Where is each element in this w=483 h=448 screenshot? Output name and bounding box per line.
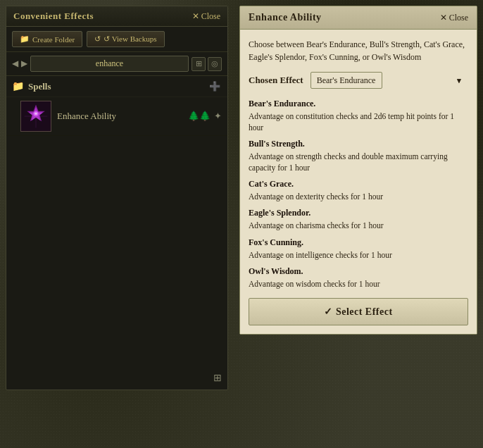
effect-name-owls-wisdom: Owl's Wisdom.: [249, 266, 468, 277]
tree-icon: 🌲🌲: [188, 111, 211, 122]
select-effect-button[interactable]: ✓ Select Effect: [249, 298, 468, 325]
add-to-folder-button[interactable]: ➕: [208, 80, 222, 93]
create-folder-button[interactable]: 📁 Create Folder: [12, 31, 82, 47]
right-panel-header: Enhance Ability ✕ Close: [240, 6, 477, 30]
list-item: Owl's Wisdom. Advantage on wisdom checks…: [249, 266, 468, 290]
right-panel-close-button[interactable]: ✕ Close: [440, 13, 468, 23]
effect-desc-owls-wisdom: Advantage on wisdom checks for 1 hour: [249, 278, 468, 290]
spell-item[interactable]: Enhance Ability 🌲🌲 ✦: [6, 97, 227, 136]
effect-desc-foxs-cunning: Advantage on intelligence checks for 1 h…: [249, 249, 468, 261]
left-panel-header: Convenient Effects ✕ Close: [6, 6, 227, 27]
list-item: Cat's Grace. Advantage on dexterity chec…: [249, 179, 468, 202]
folder-actions: ➕: [208, 80, 222, 93]
view-backups-label: ↺ View Backups: [104, 35, 156, 44]
bottom-bar: ⊞: [213, 371, 222, 384]
create-folder-label: Create Folder: [32, 35, 75, 44]
effects-list: Bear's Endurance. Advantage on constitut…: [249, 99, 468, 290]
spell-thumbnail: [20, 101, 51, 132]
effect-name-bears-endurance: Bear's Endurance.: [249, 99, 468, 109]
effect-name-eagles-splendor: Eagle's Splendor.: [249, 208, 468, 218]
search-input[interactable]: [30, 56, 189, 72]
list-item: Fox's Cunning. Advantage on intelligence…: [249, 237, 468, 261]
effect-desc-bulls-strength: Advantage on strength checks and double …: [249, 151, 468, 173]
view-backups-button[interactable]: ↺ ↺ View Backups: [87, 31, 164, 47]
settings-button[interactable]: ◎: [208, 57, 222, 71]
spells-folder-icon: 📁: [12, 80, 24, 92]
effect-desc-cats-grace: Advantage on dexterity checks for 1 hour: [249, 191, 468, 202]
folder-section[interactable]: 📁 Spells ➕: [6, 76, 227, 97]
left-panel-close-button[interactable]: ✕ Close: [192, 11, 220, 22]
resize-icon: ⊞: [213, 373, 222, 383]
right-panel-content: Choose between Bear's Endurance, Bull's …: [240, 30, 477, 334]
chosen-effect-row: Chosen Effect Bear's Endurance Bull's St…: [249, 72, 468, 89]
select-chevron-icon: ▼: [456, 77, 463, 85]
right-panel-title: Enhance Ability: [249, 12, 322, 23]
left-panel: Convenient Effects ✕ Close 📁 Create Fold…: [6, 6, 228, 390]
effect-name-cats-grace: Cat's Grace.: [249, 179, 468, 189]
description-text: Choose between Bear's Endurance, Bull's …: [249, 38, 468, 63]
spell-name: Enhance Ability: [57, 111, 182, 122]
left-panel-title: Convenient Effects: [13, 11, 94, 22]
spell-action-icons: 🌲🌲 ✦: [188, 111, 222, 122]
right-panel: Enhance Ability ✕ Close Choose between B…: [239, 6, 477, 335]
empty-space: [6, 136, 227, 390]
prev-icon: ◀: [12, 58, 18, 69]
search-bar: ◀ ▶ ⊞ ◎: [6, 52, 227, 76]
chosen-effect-select[interactable]: Bear's Endurance Bull's Strength Cat's G…: [310, 72, 382, 89]
chosen-effect-label: Chosen Effect: [249, 75, 303, 86]
effect-desc-bears-endurance: Advantage on constitution checks and 2d6…: [249, 111, 468, 133]
effect-desc-eagles-splendor: Advantage on charisma checks for 1 hour: [249, 220, 468, 231]
folder-icon: 📁: [20, 35, 30, 44]
effect-name-bulls-strength: Bull's Strength.: [249, 139, 468, 149]
chosen-effect-select-wrapper: Bear's Endurance Bull's Strength Cat's G…: [310, 72, 468, 89]
list-item: Eagle's Splendor. Advantage on charisma …: [249, 208, 468, 231]
grid-view-button[interactable]: ⊞: [192, 57, 206, 71]
effect-name-foxs-cunning: Fox's Cunning.: [249, 237, 468, 248]
spells-folder-name: Spells: [28, 81, 203, 92]
list-item: Bull's Strength. Advantage on strength c…: [249, 139, 468, 173]
toolbar: 📁 Create Folder ↺ ↺ View Backups: [6, 27, 227, 52]
spell-settings-icon: ✦: [214, 111, 222, 122]
backups-icon: ↺: [94, 35, 101, 44]
list-item: Bear's Endurance. Advantage on constitut…: [249, 99, 468, 133]
search-controls: ⊞ ◎: [192, 57, 222, 71]
next-icon: ▶: [21, 58, 27, 69]
